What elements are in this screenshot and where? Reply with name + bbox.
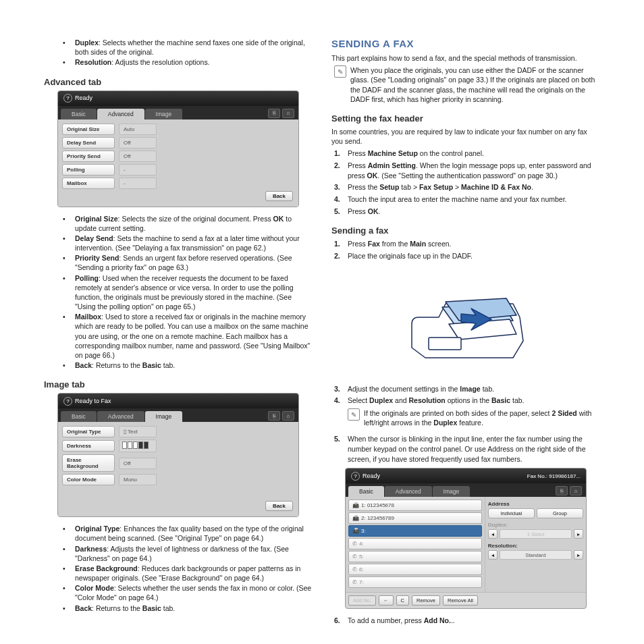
fax-icon: 📠 <box>352 502 359 508</box>
help-icon: ? <box>351 472 360 481</box>
sending-fax-steps-3-4: 3.Adjust the document settings in the Im… <box>331 384 600 406</box>
chevron-left-icon[interactable]: ◂ <box>488 529 498 539</box>
remove-button[interactable]: Remove <box>412 595 440 606</box>
sending-a-fax-title: SENDING A FAX <box>331 38 600 49</box>
arrow-left-button[interactable]: ← <box>379 595 394 606</box>
screenshot-tabs: Basic Advanced Image ⎘⌂ <box>58 408 298 422</box>
screenshot-tabs: Basic Advanced Image ⎘⌂ <box>58 106 298 119</box>
help-icon: ? <box>63 397 72 406</box>
fax-basic-screenshot: ?ReadyFax No.: 919986187... Basic Advanc… <box>345 468 587 609</box>
image-tab-heading: Image tab <box>44 379 313 390</box>
home-icon: ⌂ <box>282 109 294 118</box>
dadf-illustration <box>392 267 540 376</box>
setting-fax-header-paragraph: In some countries, you are required by l… <box>331 127 600 146</box>
advanced-tab-heading: Advanced tab <box>44 77 313 87</box>
page-number: 61 <box>0 641 644 644</box>
image-bullets: Original Type: Enhances the fax quality … <box>44 524 313 613</box>
sending-fax-steps-1-2: 1.Press Fax from the Main screen. 2.Plac… <box>331 239 600 261</box>
clear-button[interactable]: C <box>396 595 409 606</box>
clipboard-icon: ⎘ <box>268 411 280 421</box>
fax-icon: 📠 <box>352 515 359 521</box>
back-button[interactable]: Back <box>265 501 293 511</box>
setting-fax-header-heading: Setting the fax header <box>331 113 600 124</box>
advanced-tab-screenshot: ?Ready Basic Advanced Image ⎘⌂ Original … <box>57 90 299 207</box>
note-icon: ✎ <box>348 408 360 421</box>
left-column: Duplex: Selects whether the machine send… <box>44 38 313 628</box>
image-tab-screenshot: ?Ready to Fax Basic Advanced Image ⎘⌂ Or… <box>57 393 299 517</box>
back-button[interactable]: Back <box>265 191 293 201</box>
chevron-left-icon[interactable]: ◂ <box>488 550 498 560</box>
individual-button[interactable]: Individual <box>488 508 535 518</box>
sending-a-fax-heading: Sending a fax <box>331 225 600 236</box>
remove-all-button[interactable]: Remove All <box>443 595 478 606</box>
fax-icon: 📠 <box>352 528 359 534</box>
note-2sided: ✎ If the originals are printed on both s… <box>345 408 600 427</box>
add-no-button[interactable]: Add No. <box>348 595 376 606</box>
intro-paragraph: This part explains how to send a fax, an… <box>331 53 600 63</box>
darkness-bars <box>122 441 149 449</box>
home-icon: ⌂ <box>282 411 294 421</box>
clipboard-icon: ⎘ <box>556 486 568 495</box>
clipboard-icon: ⎘ <box>268 109 280 118</box>
group-button[interactable]: Group <box>537 508 583 518</box>
note-dadf: ✎ When you place the originals, you can … <box>331 65 600 104</box>
chevron-right-icon[interactable]: ▸ <box>574 529 583 539</box>
sending-fax-step-5: 5.When the cursor is blinking in the inp… <box>331 434 600 464</box>
sending-fax-step-6: 6.To add a number, press Add No... <box>331 616 600 626</box>
phone-icon: ✆ <box>352 579 357 585</box>
svg-rect-0 <box>429 338 461 350</box>
help-icon: ? <box>63 94 72 103</box>
note-icon: ✎ <box>334 65 346 78</box>
chevron-right-icon[interactable]: ▸ <box>574 550 583 560</box>
home-icon: ⌂ <box>570 486 582 495</box>
phone-icon: ✆ <box>352 541 357 547</box>
phone-icon: ✆ <box>352 554 357 560</box>
right-column: SENDING A FAX This part explains how to … <box>331 38 600 628</box>
advanced-bullets: Original Size: Selects the size of the o… <box>44 214 313 371</box>
setting-header-steps: 1.Press Machine Setup on the control pan… <box>331 149 600 216</box>
phone-icon: ✆ <box>352 566 357 572</box>
intro-bullets: Duplex: Selects whether the machine send… <box>44 38 313 68</box>
